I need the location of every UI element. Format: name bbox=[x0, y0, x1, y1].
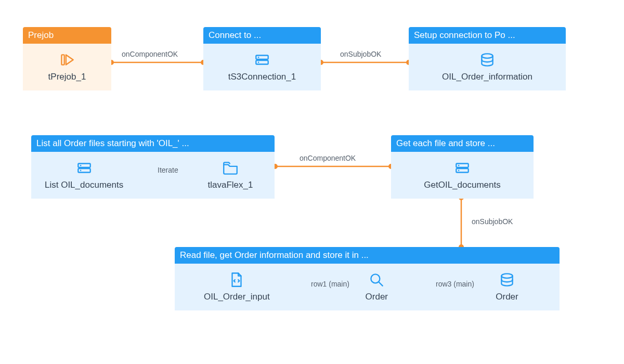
block-connect[interactable]: Connect to ... tS3Connection_1 bbox=[203, 27, 321, 90]
block-readfile-header: Read file, get Order information and sto… bbox=[175, 247, 560, 264]
comp-tlavaflex-label: tlavaFlex_1 bbox=[208, 180, 253, 190]
comp-ts3connection-label: tS3Connection_1 bbox=[228, 72, 296, 82]
svg-point-34 bbox=[458, 165, 460, 166]
database-icon bbox=[498, 271, 516, 289]
block-geteach[interactable]: Get each file and store ... GetOIL_docum… bbox=[391, 135, 534, 199]
database-icon bbox=[478, 51, 496, 69]
svg-point-25 bbox=[258, 57, 259, 58]
comp-oil-order-information-label: OIL_Order_information bbox=[442, 72, 532, 82]
conn-iterate-label: Iterate bbox=[158, 166, 178, 174]
block-listall-header: List all Order files starting with 'OIL_… bbox=[31, 135, 275, 152]
conn-row3-label: row3 (main) bbox=[436, 280, 474, 288]
comp-getoil-documents-label: GetOIL_documents bbox=[424, 180, 500, 190]
svg-point-27 bbox=[482, 54, 492, 58]
svg-marker-22 bbox=[66, 55, 73, 64]
comp-order-db-label: Order bbox=[496, 292, 518, 302]
comp-tprejob-label: tPrejob_1 bbox=[48, 72, 86, 82]
svg-point-31 bbox=[80, 170, 81, 172]
conn-row1-label: row1 (main) bbox=[311, 280, 349, 288]
block-prejob[interactable]: Prejob tPrejob_1 bbox=[23, 27, 111, 90]
block-prejob-header: Prejob bbox=[23, 27, 111, 44]
folder-icon bbox=[222, 159, 239, 177]
conn-prejob-connect-label: onComponentOK bbox=[122, 50, 178, 58]
svg-point-30 bbox=[80, 165, 81, 166]
comp-tlavaflex[interactable]: tlavaFlex_1 bbox=[207, 159, 254, 190]
comp-ts3connection[interactable]: tS3Connection_1 bbox=[228, 51, 296, 82]
conn-listall-geteach-label: onComponentOK bbox=[300, 154, 356, 162]
comp-oil-order-input[interactable]: OIL_Order_input bbox=[204, 271, 270, 302]
conn-geteach-readfile-label: onSubjobOK bbox=[472, 217, 513, 226]
comp-oil-order-input-label: OIL_Order_input bbox=[204, 292, 270, 302]
svg-point-38 bbox=[501, 274, 512, 278]
comp-order-search-label: Order bbox=[366, 292, 388, 302]
block-listall[interactable]: List all Order files starting with 'OIL_… bbox=[31, 135, 275, 199]
svg-rect-32 bbox=[456, 164, 468, 167]
svg-rect-33 bbox=[456, 168, 468, 172]
svg-point-35 bbox=[458, 170, 460, 172]
server-stack-icon bbox=[75, 159, 93, 177]
search-icon bbox=[368, 271, 385, 289]
block-setup[interactable]: Setup connection to Po ... OIL_Order_inf… bbox=[409, 27, 566, 90]
svg-rect-21 bbox=[61, 55, 64, 64]
comp-tprejob[interactable]: tPrejob_1 bbox=[44, 51, 90, 82]
code-file-icon bbox=[228, 271, 245, 289]
comp-order-search[interactable]: Order bbox=[353, 271, 400, 302]
block-readfile[interactable]: Read file, get Order information and sto… bbox=[175, 247, 560, 310]
server-stack-icon bbox=[453, 159, 471, 177]
play-forward-icon bbox=[58, 51, 76, 69]
comp-order-db[interactable]: Order bbox=[484, 271, 530, 302]
comp-list-oil-documents[interactable]: List OIL_documents bbox=[45, 159, 123, 190]
conn-connect-setup-label: onSubjobOK bbox=[340, 50, 381, 58]
block-geteach-header: Get each file and store ... bbox=[391, 135, 534, 152]
block-setup-header: Setup connection to Po ... bbox=[409, 27, 566, 44]
svg-line-37 bbox=[379, 282, 383, 285]
comp-oil-order-information[interactable]: OIL_Order_information bbox=[442, 51, 532, 82]
svg-point-26 bbox=[258, 62, 259, 63]
comp-getoil-documents[interactable]: GetOIL_documents bbox=[424, 159, 500, 190]
block-connect-header: Connect to ... bbox=[203, 27, 321, 44]
server-stack-icon bbox=[253, 51, 271, 69]
comp-list-oil-documents-label: List OIL_documents bbox=[45, 180, 123, 190]
